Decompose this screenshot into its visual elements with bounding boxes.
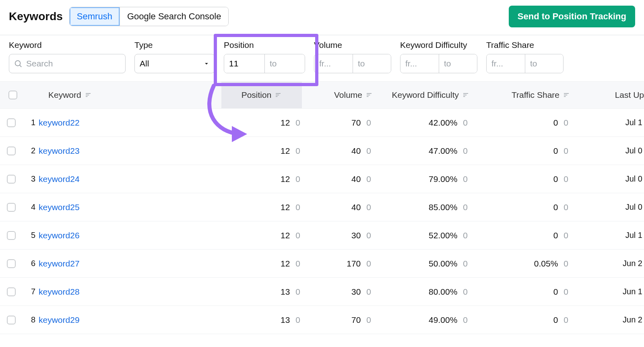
traffic-value: 0 xyxy=(553,202,558,212)
kd-delta: 0 xyxy=(463,287,468,297)
svg-rect-15 xyxy=(564,95,567,95)
traffic-value: 0 xyxy=(553,315,558,325)
keyword-link[interactable]: keyword25 xyxy=(39,202,80,212)
col-keyword[interactable]: Keyword xyxy=(40,90,221,100)
keyword-search-input[interactable] xyxy=(9,54,126,73)
tab-semrush[interactable]: Semrush xyxy=(70,7,120,26)
col-volume[interactable]: Volume xyxy=(302,90,374,100)
traffic-to-input[interactable] xyxy=(525,54,563,73)
row-checkbox[interactable] xyxy=(7,147,16,155)
svg-rect-8 xyxy=(367,93,372,94)
traffic-value: 0 xyxy=(553,287,558,297)
filter-position: Position xyxy=(224,40,305,73)
volume-value: 70 xyxy=(351,118,361,128)
row-index: 8 xyxy=(23,315,39,324)
table-row: 5keyword2612030052.00%000Jul 1 xyxy=(0,221,644,250)
row-index: 3 xyxy=(23,174,39,184)
updated-value: Jul 1 xyxy=(625,118,642,127)
tab-gsc[interactable]: Google Search Console xyxy=(120,7,229,26)
updated-value: Jun 1 xyxy=(623,287,642,296)
table-row: 1keyword2212070042.00%000Jul 1 xyxy=(0,109,644,137)
traffic-from-input[interactable] xyxy=(487,54,525,73)
volume-value: 40 xyxy=(351,202,361,212)
svg-rect-5 xyxy=(276,93,281,94)
svg-rect-12 xyxy=(463,95,466,95)
row-index: 5 xyxy=(23,231,39,240)
row-index: 1 xyxy=(23,118,39,127)
keyword-link[interactable]: keyword27 xyxy=(39,259,80,269)
volume-delta: 0 xyxy=(366,231,371,240)
row-checkbox[interactable] xyxy=(7,118,16,127)
svg-line-1 xyxy=(20,65,21,67)
kd-to-input[interactable] xyxy=(439,54,477,73)
col-updated-label: Last Up xyxy=(615,90,644,100)
keyword-link[interactable]: keyword29 xyxy=(39,315,80,325)
kd-value: 50.00% xyxy=(429,259,457,269)
updated-value: Jul 0 xyxy=(625,174,642,184)
traffic-delta: 0 xyxy=(564,259,568,269)
row-checkbox[interactable] xyxy=(7,259,16,268)
send-to-position-tracking-button[interactable]: Send to Position Tracking xyxy=(509,6,635,27)
col-updated[interactable]: Last Up xyxy=(572,90,644,100)
keyword-link[interactable]: keyword22 xyxy=(39,118,80,128)
keyword-link[interactable]: keyword26 xyxy=(39,231,80,240)
position-value: 13 xyxy=(281,287,290,297)
position-delta: 0 xyxy=(295,174,300,184)
row-index: 2 xyxy=(23,146,39,155)
kd-value: 85.00% xyxy=(429,202,457,212)
traffic-value: 0 xyxy=(553,174,558,184)
traffic-delta: 0 xyxy=(564,146,568,156)
filters-row: Keyword Type All Position Volume Keyword… xyxy=(0,35,644,81)
svg-rect-4 xyxy=(86,96,88,97)
col-traffic[interactable]: Traffic Share xyxy=(471,90,572,100)
keyword-link[interactable]: keyword23 xyxy=(39,146,80,156)
sort-icon xyxy=(365,91,373,99)
row-checkbox[interactable] xyxy=(7,175,16,184)
updated-value: Jun 2 xyxy=(623,259,642,268)
svg-rect-11 xyxy=(463,93,468,94)
position-from-input[interactable] xyxy=(224,54,264,73)
position-value: 12 xyxy=(281,231,290,240)
svg-rect-16 xyxy=(564,96,566,97)
kd-value: 47.00% xyxy=(429,146,457,156)
row-checkbox[interactable] xyxy=(7,231,16,240)
col-position[interactable]: Position xyxy=(221,82,302,108)
filter-kd: Keyword Difficulty xyxy=(400,40,477,73)
row-checkbox[interactable] xyxy=(7,316,16,324)
position-to-input[interactable] xyxy=(264,54,305,73)
table-header: Keyword Position Volume Keyword Difficul… xyxy=(0,81,644,109)
kd-delta: 0 xyxy=(463,259,468,269)
row-checkbox[interactable] xyxy=(7,287,16,296)
col-kd[interactable]: Keyword Difficulty xyxy=(374,90,471,100)
select-all-checkbox[interactable] xyxy=(8,91,17,99)
position-value: 12 xyxy=(281,259,290,269)
filter-traffic-label: Traffic Share xyxy=(486,40,564,50)
volume-value: 40 xyxy=(351,146,361,156)
filter-traffic: Traffic Share xyxy=(486,40,564,73)
volume-delta: 0 xyxy=(366,287,371,297)
svg-rect-6 xyxy=(276,95,279,95)
kd-delta: 0 xyxy=(463,146,468,156)
kd-from-input[interactable] xyxy=(400,54,439,73)
traffic-value: 0 xyxy=(553,118,558,128)
header-bar: Keywords Semrush Google Search Console S… xyxy=(0,0,644,35)
kd-value: 42.00% xyxy=(429,118,457,128)
volume-to-input[interactable] xyxy=(353,54,391,73)
keyword-link[interactable]: keyword28 xyxy=(39,287,80,297)
row-checkbox[interactable] xyxy=(7,203,16,212)
col-kd-label: Keyword Difficulty xyxy=(392,90,459,100)
kd-delta: 0 xyxy=(463,118,468,128)
volume-from-input[interactable] xyxy=(314,54,353,73)
filter-position-label: Position xyxy=(224,40,305,50)
kd-value: 80.00% xyxy=(429,287,457,297)
filter-type-label: Type xyxy=(134,40,215,50)
updated-value: Jul 0 xyxy=(625,146,642,155)
table-row: 2keyword2312040047.00%000Jul 0 xyxy=(0,137,644,165)
volume-value: 30 xyxy=(351,287,361,297)
keyword-link[interactable]: keyword24 xyxy=(39,174,80,184)
col-position-label: Position xyxy=(242,90,272,100)
table-row: 4keyword2512040085.00%000Jul 0 xyxy=(0,193,644,221)
col-traffic-label: Traffic Share xyxy=(512,90,559,100)
position-delta: 0 xyxy=(295,202,300,212)
filter-volume-label: Volume xyxy=(314,40,391,50)
